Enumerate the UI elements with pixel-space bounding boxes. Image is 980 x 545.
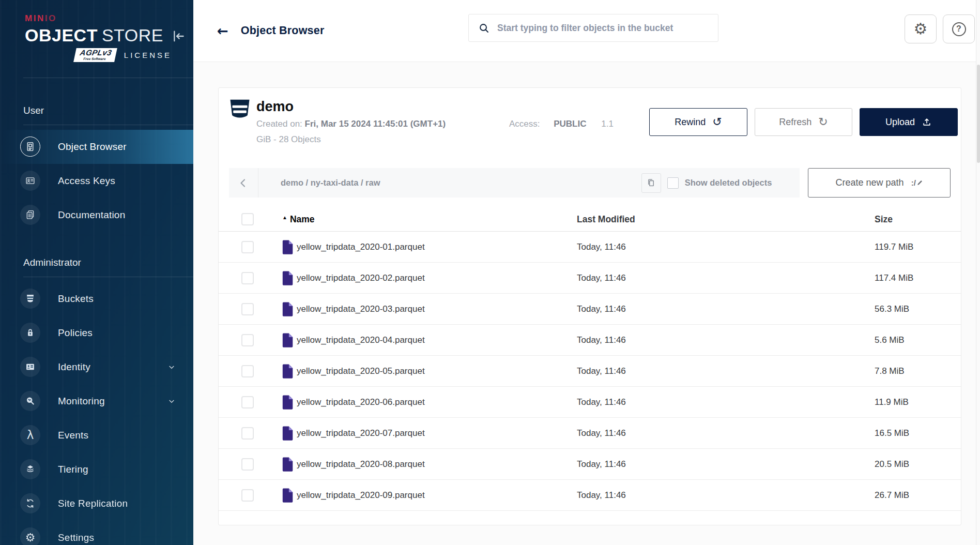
row-checkbox[interactable] xyxy=(241,427,254,440)
row-checkbox[interactable] xyxy=(241,241,254,253)
access-value[interactable]: PUBLIC xyxy=(554,119,586,129)
sidebar-item-access-keys[interactable]: Access Keys xyxy=(0,164,193,198)
table-row[interactable]: yellow_tripdata_2020-09.parquet Today, 1… xyxy=(219,480,961,511)
object-last-modified: Today, 11:46 xyxy=(577,366,875,376)
table-row[interactable]: yellow_tripdata_2020-02.parquet Today, 1… xyxy=(219,263,961,294)
object-last-modified: Today, 11:46 xyxy=(577,335,875,345)
object-name[interactable]: yellow_tripdata_2020-03.parquet xyxy=(297,304,425,314)
table-row[interactable]: yellow_tripdata_2020-01.parquet Today, 1… xyxy=(219,232,961,263)
divider xyxy=(23,277,193,277)
product-object: OBJECT xyxy=(25,25,98,45)
back-button[interactable]: ← xyxy=(217,24,228,38)
rewind-button[interactable]: Rewind ↺ xyxy=(649,108,747,136)
rewind-icon: ↺ xyxy=(712,116,722,128)
storage-detail: GiB - 28 Objects xyxy=(256,134,321,144)
row-checkbox[interactable] xyxy=(241,489,254,502)
bucket-header: demo Created on: Fri, Mar 15 2024 11:45:… xyxy=(219,88,961,158)
path-row: demo / ny-taxi-data / raw Show deleted o… xyxy=(229,168,951,198)
help-icon: ? xyxy=(952,22,966,36)
settings-button[interactable]: ⚙ xyxy=(905,14,937,43)
help-button[interactable]: ? xyxy=(943,14,975,43)
object-last-modified: Today, 11:46 xyxy=(577,242,875,252)
sidebar-item-label: Object Browser xyxy=(58,141,127,153)
refresh-label: Refresh xyxy=(779,117,811,128)
sidebar-section-administrator: Administrator xyxy=(0,232,193,277)
object-size: 11.9 MiB xyxy=(875,397,961,407)
upload-button[interactable]: Upload xyxy=(860,108,958,136)
row-checkbox[interactable] xyxy=(241,272,254,284)
select-all-checkbox[interactable] xyxy=(241,213,254,225)
access-keys-icon xyxy=(20,171,40,191)
sidebar-item-monitoring[interactable]: Monitoring xyxy=(0,384,193,418)
table-row[interactable]: yellow_tripdata_2020-03.parquet Today, 1… xyxy=(219,294,961,325)
sidebar-item-policies[interactable]: Policies xyxy=(0,316,193,350)
sidebar-item-documentation[interactable]: Documentation xyxy=(0,198,193,232)
object-size: 7.8 MiB xyxy=(875,366,961,376)
created-label: Created on: xyxy=(256,119,302,129)
sidebar-item-identity[interactable]: Identity xyxy=(0,350,193,384)
chevron-down-icon[interactable] xyxy=(167,397,176,405)
refresh-button[interactable]: Refresh ↻ xyxy=(755,108,852,136)
license-label: LICENSE xyxy=(124,51,172,59)
page-body: demo Created on: Fri, Mar 15 2024 11:45:… xyxy=(193,62,980,545)
sidebar-item-label: Events xyxy=(58,430,88,441)
object-name[interactable]: yellow_tripdata_2020-01.parquet xyxy=(297,242,425,252)
chevron-down-icon[interactable] xyxy=(167,363,176,371)
object-size: 16.5 MiB xyxy=(875,428,961,438)
parquet-file-icon xyxy=(282,302,293,316)
table-row[interactable]: yellow_tripdata_2020-08.parquet Today, 1… xyxy=(219,449,961,480)
show-deleted-label: Show deleted objects xyxy=(685,178,772,188)
object-name[interactable]: yellow_tripdata_2020-07.parquet xyxy=(297,428,425,438)
lock-icon xyxy=(20,323,40,343)
search-input[interactable] xyxy=(497,14,718,41)
show-deleted-checkbox[interactable] xyxy=(667,177,679,189)
breadcrumb[interactable]: demo / ny-taxi-data / raw xyxy=(281,178,380,188)
rewind-label: Rewind xyxy=(675,117,706,128)
sidebar-item-events[interactable]: λ Events xyxy=(0,418,193,452)
object-filter-search[interactable] xyxy=(468,14,718,42)
row-checkbox[interactable] xyxy=(241,458,254,471)
object-last-modified: Today, 11:46 xyxy=(577,397,875,407)
sidebar-item-site-replication[interactable]: Site Replication xyxy=(0,487,193,521)
table-row[interactable]: yellow_tripdata_2020-07.parquet Today, 1… xyxy=(219,418,961,449)
sidebar-item-label: Site Replication xyxy=(58,498,128,509)
table-row[interactable]: yellow_tripdata_2020-06.parquet Today, 1… xyxy=(219,387,961,418)
sidebar-item-settings[interactable]: ⚙ Settings xyxy=(0,521,193,545)
sidebar-item-tiering[interactable]: Tiering xyxy=(0,452,193,487)
row-checkbox[interactable] xyxy=(241,396,254,408)
pencil-icon xyxy=(916,179,923,186)
main-content: ← Object Browser ⚙ ? xyxy=(193,0,980,545)
object-size: 119.7 MiB xyxy=(875,242,961,252)
table-row[interactable]: yellow_tripdata_2020-04.parquet Today, 1… xyxy=(219,325,961,356)
object-name[interactable]: yellow_tripdata_2020-09.parquet xyxy=(297,490,425,501)
object-name[interactable]: yellow_tripdata_2020-02.parquet xyxy=(297,273,425,283)
row-checkbox[interactable] xyxy=(241,303,254,315)
collapse-sidebar-button[interactable] xyxy=(170,27,188,46)
sidebar-item-buckets[interactable]: Buckets xyxy=(0,282,193,316)
gear-icon: ⚙ xyxy=(914,21,928,37)
copy-path-button[interactable] xyxy=(641,173,661,193)
create-path-label: Create new path xyxy=(836,177,904,188)
object-name[interactable]: yellow_tripdata_2020-05.parquet xyxy=(297,366,425,376)
column-header-size[interactable]: Size xyxy=(875,214,961,225)
object-name[interactable]: yellow_tripdata_2020-06.parquet xyxy=(297,397,425,407)
agpl-badge-text: AGPLv3 xyxy=(80,48,113,57)
table-row[interactable]: yellow_tripdata_2020-05.parquet Today, 1… xyxy=(219,356,961,387)
scrollbar-thumb[interactable] xyxy=(977,65,980,163)
create-new-path-button[interactable]: Create new path :/ xyxy=(808,168,951,198)
breadcrumb-back-button[interactable] xyxy=(229,168,258,198)
row-checkbox[interactable] xyxy=(241,365,254,377)
row-checkbox[interactable] xyxy=(241,334,254,346)
top-header: ← Object Browser ⚙ ? xyxy=(193,0,980,62)
search-icon xyxy=(478,22,490,34)
object-name[interactable]: yellow_tripdata_2020-08.parquet xyxy=(297,459,425,470)
column-header-modified[interactable]: Last Modified xyxy=(577,214,875,225)
object-name[interactable]: yellow_tripdata_2020-04.parquet xyxy=(297,335,425,345)
collapse-sidebar-icon xyxy=(170,28,186,44)
parquet-file-icon xyxy=(282,333,293,347)
scrollbar[interactable] xyxy=(976,0,980,545)
sidebar-nav-user: Object Browser Access Keys Documentation xyxy=(0,130,193,232)
sidebar-item-object-browser[interactable]: Object Browser xyxy=(0,130,193,164)
column-header-name[interactable]: ▲ Name xyxy=(274,214,577,225)
product-store: STORE xyxy=(102,25,163,45)
